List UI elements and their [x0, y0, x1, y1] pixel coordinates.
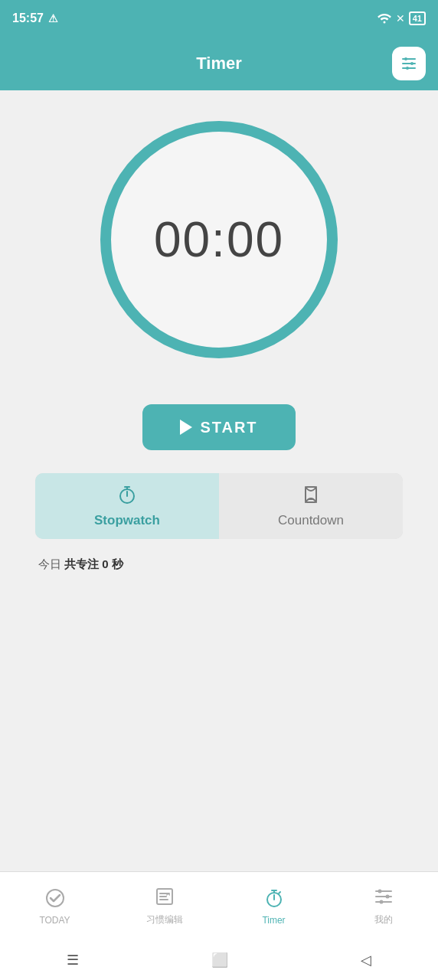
svg-point-6: [406, 67, 409, 70]
tab-switcher: Stopwatch Countdown: [35, 473, 403, 539]
svg-point-4: [404, 57, 407, 60]
start-button-label: START: [200, 419, 257, 436]
daily-stats-highlight: 共专注 0 秒: [64, 557, 123, 570]
svg-point-26: [385, 895, 389, 899]
habit-edit-icon: [154, 886, 175, 910]
nav-habit-edit-label: 习惯编辑: [146, 913, 183, 926]
svg-point-5: [410, 62, 413, 65]
timer-circle-wrapper: 00:00: [100, 121, 338, 358]
page-title: Timer: [196, 54, 242, 74]
svg-point-12: [47, 890, 64, 906]
timer-icon: [263, 887, 285, 912]
timer-display: 00:00: [154, 211, 284, 268]
nav-mine[interactable]: 我的: [328, 886, 438, 926]
battery-level: 41: [409, 11, 426, 25]
start-button-wrapper: START: [142, 404, 296, 450]
nav-habit-edit[interactable]: 习惯编辑: [110, 886, 219, 926]
home-button[interactable]: ⬜: [211, 952, 228, 969]
start-button[interactable]: START: [142, 404, 296, 450]
status-icons: ✕ 41: [377, 11, 426, 26]
menu-button[interactable]: ☰: [67, 952, 79, 969]
back-button[interactable]: ◁: [361, 952, 371, 969]
main-content: 00:00 START Stopwatch: [0, 90, 438, 871]
system-nav-bar: ☰ ⬜ ◁: [0, 940, 438, 980]
status-bar: 15:57 ⚠ ✕ 41: [0, 0, 438, 37]
wifi-icon: [377, 11, 392, 26]
nav-timer-label: Timer: [262, 915, 285, 926]
hourglass-icon: [300, 484, 322, 508]
status-time-area: 15:57 ⚠: [12, 11, 58, 25]
daily-stats: 今日 共专注 0 秒: [35, 557, 403, 572]
tab-countdown-label: Countdown: [278, 513, 344, 528]
timer-circle: 00:00: [100, 121, 338, 358]
warning-icon: ⚠: [48, 12, 58, 24]
nav-mine-label: 我的: [374, 913, 393, 926]
stopwatch-icon: [116, 484, 138, 508]
settings-button[interactable]: [392, 47, 426, 80]
nav-timer[interactable]: Timer: [219, 887, 328, 926]
tab-stopwatch-label: Stopwatch: [94, 513, 160, 528]
play-icon: [180, 420, 192, 435]
nav-today[interactable]: TODAY: [0, 887, 110, 926]
status-time: 15:57: [12, 11, 44, 25]
settings-icon: [400, 54, 418, 73]
tab-countdown[interactable]: Countdown: [219, 473, 403, 539]
bottom-nav: TODAY 习惯编辑 Timer: [0, 871, 438, 940]
nav-today-label: TODAY: [39, 915, 70, 926]
header: Timer: [0, 37, 438, 90]
daily-stats-prefix: 今日: [38, 557, 61, 570]
svg-point-0: [383, 21, 385, 23]
svg-point-27: [379, 900, 383, 904]
svg-point-25: [378, 890, 381, 893]
battery-x-icon: ✕: [396, 12, 405, 24]
svg-line-21: [279, 892, 280, 893]
mine-icon: [373, 886, 394, 910]
tab-stopwatch[interactable]: Stopwatch: [35, 473, 219, 539]
today-icon: [44, 887, 66, 912]
